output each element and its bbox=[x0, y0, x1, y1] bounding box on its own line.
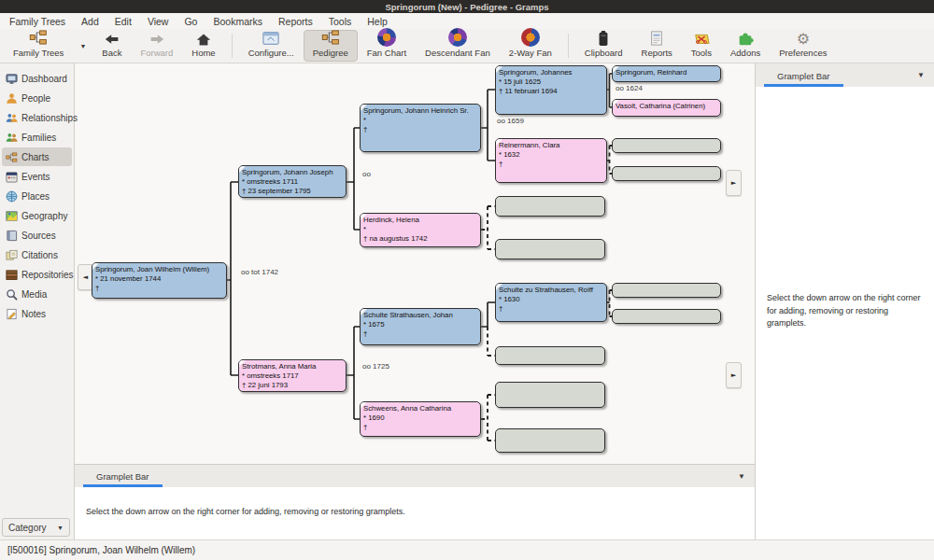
gramplet-bar-header: Gramplet Bar ▼ bbox=[75, 464, 755, 487]
empty-person-box[interactable] bbox=[612, 138, 721, 153]
back-arrow-icon bbox=[104, 32, 120, 47]
fold-corner bbox=[239, 360, 246, 367]
toolbar: Family Trees ▼ Back Forward Home Configu… bbox=[0, 29, 934, 63]
relationships-icon bbox=[6, 112, 18, 124]
fold-corner bbox=[361, 214, 367, 220]
active-person-status: [I500016] Springorum, Joan Wilhelm (Will… bbox=[7, 545, 195, 555]
window-titlebar: Springorum (New) - Pedigree - Gramps bbox=[0, 0, 934, 13]
gramplet-bar-content: Select the down arrow on the right corne… bbox=[756, 87, 934, 539]
person-box-vasolt[interactable]: Vasolt, Catharina (Catrinen) bbox=[612, 99, 721, 117]
person-box-strotmans[interactable]: Strotmans, Anna Maria * omstreeks 1717 †… bbox=[238, 359, 347, 392]
expand-ancestors-button[interactable]: ► bbox=[726, 170, 742, 196]
menu-help[interactable]: Help bbox=[367, 16, 388, 27]
empty-person-box[interactable] bbox=[612, 309, 721, 324]
tools-button[interactable]: Tools bbox=[682, 30, 721, 62]
back-button[interactable]: Back bbox=[92, 30, 131, 62]
category-dropdown[interactable]: Category ▼ bbox=[2, 518, 70, 537]
empty-person-box[interactable] bbox=[495, 382, 605, 408]
chevron-down-icon[interactable]: ▼ bbox=[917, 71, 925, 79]
sidebar-item-media[interactable]: Media bbox=[2, 285, 72, 303]
person-box-johann-joseph[interactable]: Springorum, Johann Joseph * omstreeks 17… bbox=[238, 165, 347, 198]
expand-ancestors-button[interactable]: ► bbox=[726, 362, 742, 388]
dashboard-icon bbox=[6, 73, 18, 85]
toolbar-separator bbox=[232, 34, 233, 58]
sidebar-item-charts[interactable]: Charts bbox=[2, 147, 72, 166]
fold-corner bbox=[92, 263, 99, 270]
empty-person-box[interactable] bbox=[495, 239, 605, 259]
sidebar-item-people[interactable]: People bbox=[2, 89, 72, 107]
menu-bookmarks[interactable]: Bookmarks bbox=[213, 16, 262, 27]
menu-edit[interactable]: Edit bbox=[115, 16, 132, 27]
families-icon bbox=[6, 132, 18, 144]
person-box-rolff[interactable]: Schulte zu Strathausen, Rolff * 1630 † bbox=[495, 283, 607, 322]
empty-person-box[interactable] bbox=[495, 196, 605, 217]
sidebar-item-relationships[interactable]: Relationships bbox=[2, 108, 72, 127]
menu-view[interactable]: View bbox=[148, 16, 169, 27]
person-box-reinermann[interactable]: Reinermann, Clara * 1632 † bbox=[495, 138, 607, 183]
configure-window-icon bbox=[262, 30, 280, 47]
person-box-schulte-johan[interactable]: Schulte Strathausen, Johan * 1675 † bbox=[360, 308, 481, 345]
forward-arrow-icon bbox=[149, 32, 165, 47]
home-button[interactable]: Home bbox=[182, 30, 224, 62]
fan-chart-button[interactable]: Fan Chart bbox=[358, 30, 416, 62]
sidebar-item-sources[interactable]: Sources bbox=[2, 226, 72, 245]
configure-button[interactable]: Configure... bbox=[239, 30, 304, 62]
pedigree-tree-icon bbox=[320, 28, 341, 47]
gramplet-bar-tab[interactable]: Gramplet Bar bbox=[764, 66, 843, 87]
toolbar-separator bbox=[568, 34, 569, 58]
fold-corner bbox=[361, 402, 367, 409]
clipboard-button[interactable]: Clipboard bbox=[575, 30, 632, 62]
pedigree-canvas[interactable]: ◄ Springorum, Joan Wilhelm (Willem) * 21… bbox=[75, 63, 755, 464]
menu-tools[interactable]: Tools bbox=[329, 16, 352, 27]
sidebar-item-families[interactable]: Families bbox=[2, 128, 72, 147]
marriage-label: oo 1725 bbox=[362, 362, 389, 371]
menu-reports[interactable]: Reports bbox=[278, 16, 313, 27]
pedigree-view: ◄ Springorum, Joan Wilhelm (Willem) * 21… bbox=[75, 63, 755, 539]
gramplet-hint-text: Select the down arrow on the right corne… bbox=[86, 507, 405, 516]
person-box-reinhard[interactable]: Springorum, Reinhard bbox=[612, 65, 721, 82]
chevron-down-icon[interactable]: ▼ bbox=[738, 472, 745, 481]
person-box-johannes[interactable]: Springorum, Johannes * 15 juli 1625 † 11… bbox=[495, 65, 607, 115]
menu-family-trees[interactable]: Family Trees bbox=[9, 16, 65, 27]
menu-go[interactable]: Go bbox=[184, 16, 197, 27]
empty-person-box[interactable] bbox=[495, 346, 605, 365]
sidebar-item-citations[interactable]: Citations bbox=[2, 245, 72, 264]
reports-button[interactable]: Reports bbox=[632, 30, 682, 62]
family-trees-button[interactable]: Family Trees bbox=[4, 30, 73, 62]
family-trees-dropdown[interactable]: ▼ bbox=[73, 30, 92, 62]
pedigree-button[interactable]: Pedigree bbox=[304, 30, 358, 62]
tools-scissors-icon bbox=[693, 30, 710, 47]
sidebar-item-repositories[interactable]: Repositories bbox=[2, 265, 72, 284]
sidebar-item-dashboard[interactable]: Dashboard bbox=[2, 69, 72, 88]
forward-button[interactable]: Forward bbox=[131, 30, 182, 62]
sidebar-item-notes[interactable]: Notes bbox=[2, 304, 72, 323]
fold-corner bbox=[496, 66, 502, 73]
menu-add[interactable]: Add bbox=[81, 16, 99, 27]
gramplet-bar-content: Select the down arrow on the right corne… bbox=[75, 487, 755, 539]
sidebar-item-geography[interactable]: Geography bbox=[2, 206, 72, 225]
person-box-schweens[interactable]: Schweens, Anna Catharina * 1690 † bbox=[360, 401, 481, 437]
gramplet-hint-text: Select the down arrow on the right corne… bbox=[767, 293, 921, 328]
person-box-heinrich[interactable]: Springorum, Johann Heinrich Sr. * † bbox=[360, 104, 481, 152]
person-box-herdinck[interactable]: Herdinck, Helena * † na augustus 1742 bbox=[360, 213, 481, 247]
fold-corner bbox=[361, 309, 367, 315]
preferences-button[interactable]: ⚙ Preferences bbox=[770, 30, 836, 62]
empty-person-box[interactable] bbox=[495, 428, 605, 453]
calendar-icon bbox=[6, 171, 18, 183]
addons-button[interactable]: Addons bbox=[721, 30, 770, 62]
fold-corner bbox=[613, 100, 619, 106]
two-way-fan-icon bbox=[521, 28, 540, 47]
empty-person-box[interactable] bbox=[612, 166, 721, 181]
statusbar: [I500016] Springorum, Joan Wilhelm (Will… bbox=[0, 539, 934, 560]
fold-corner bbox=[239, 166, 246, 173]
map-icon bbox=[6, 210, 18, 222]
descendant-fan-icon bbox=[448, 28, 467, 47]
sidebar-item-events[interactable]: Events bbox=[2, 167, 72, 186]
fold-corner bbox=[496, 139, 502, 146]
descendant-fan-button[interactable]: Descendant Fan bbox=[416, 30, 500, 62]
gramplet-bar-tab[interactable]: Gramplet Bar bbox=[83, 467, 163, 487]
person-box-root[interactable]: Springorum, Joan Wilhelm (Willem) * 21 n… bbox=[92, 262, 227, 299]
two-way-fan-button[interactable]: 2-Way Fan bbox=[500, 30, 561, 62]
sidebar-item-places[interactable]: Places bbox=[2, 187, 72, 205]
empty-person-box[interactable] bbox=[612, 283, 721, 298]
